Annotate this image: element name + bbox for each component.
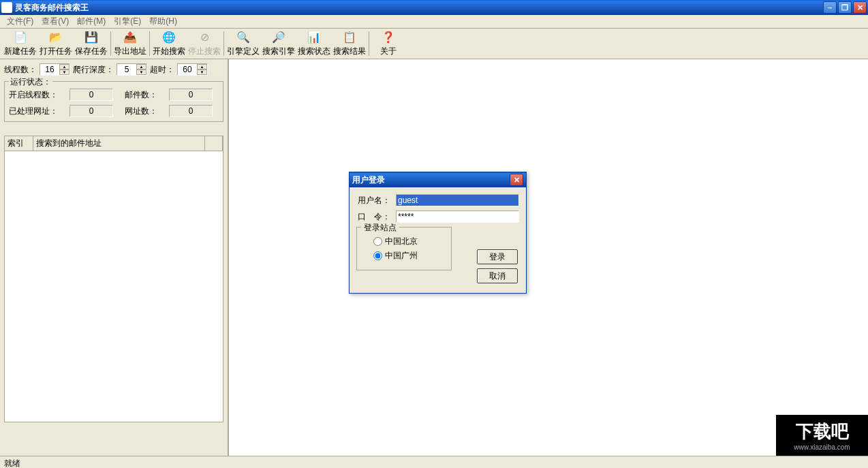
menu-engine[interactable]: 引擎(E) [110,14,145,29]
engine-def-icon: 🔍 [236,31,250,44]
spin-up-icon[interactable]: ▲ [136,64,146,69]
spin-up-icon[interactable]: ▲ [59,64,69,69]
site-beijing-label: 中国北京 [385,236,418,247]
toolbar-separator [110,31,111,56]
processed-value: 0 [69,105,113,117]
stop-search-button: ⊘ 停止搜索 [187,29,222,58]
col-index[interactable]: 索引 [5,136,33,151]
watermark: 下载吧 www.xiazaiba.com [776,415,868,456]
search-result-button[interactable]: 📋 搜索结果 [332,29,367,58]
col-extra[interactable] [205,136,223,151]
save-task-icon: 💾 [84,31,98,44]
open-threads-label: 开启线程数： [9,89,64,101]
username-label: 用户名： [356,195,390,206]
start-search-button[interactable]: 🌐 开始搜索 [151,29,187,58]
site-legend: 登录站点 [361,222,399,234]
dialog-close-button[interactable]: ✕ [510,174,523,186]
stop-icon: ⊘ [198,31,211,44]
new-task-button[interactable]: 📄 新建任务 [3,29,38,58]
open-task-label: 打开任务 [40,46,72,57]
window-title: 灵客商务邮件搜索王 [15,2,823,14]
stop-search-label: 停止搜索 [188,46,221,57]
depth-input[interactable]: ▲▼ [117,63,147,76]
depth-field[interactable] [117,64,136,75]
timeout-input[interactable]: ▲▼ [177,63,208,76]
menu-view[interactable]: 查看(V) [37,14,73,29]
search-engine-icon: 🔎 [272,31,285,44]
dialog-title: 用户登录 [352,174,510,186]
login-site-group: 登录站点 中国北京 中国广州 [356,227,452,270]
mail-count-value: 0 [169,89,213,101]
menu-mail[interactable]: 邮件(M) [73,14,110,29]
maximize-button[interactable]: ❐ [838,1,852,14]
list-header: 索引 搜索到的邮件地址 [4,136,223,151]
search-engine-button[interactable]: 🔎 搜索引擎 [261,29,296,58]
status-text: 就绪 [4,458,20,468]
depth-label: 爬行深度： [73,64,114,76]
login-button[interactable]: 登录 [477,249,518,264]
threads-input[interactable]: ▲▼ [40,63,70,76]
help-icon: ❓ [382,31,395,44]
search-status-button[interactable]: 📊 搜索状态 [296,29,332,58]
col-addr[interactable]: 搜索到的邮件地址 [33,136,205,151]
export-addr-button[interactable]: 📤 导出地址 [112,29,148,58]
dialog-titlebar[interactable]: 用户登录 ✕ [350,172,526,187]
start-search-label: 开始搜索 [153,46,185,57]
search-status-label: 搜索状态 [298,46,330,57]
spin-down-icon[interactable]: ▼ [197,69,207,75]
menu-file[interactable]: 文件(F) [3,14,37,29]
mail-count-label: 邮件数： [125,89,164,101]
main-titlebar: 灵客商务邮件搜索王 – ❐ ✕ [0,0,868,15]
left-panel: 线程数： ▲▼ 爬行深度： ▲▼ 超时： ▲▼ 运行状态： 开启线程数： 0 邮… [0,59,229,456]
export-icon: 📤 [123,31,137,44]
engine-def-label: 引擎定义 [227,46,260,57]
site-guangzhou-radio[interactable] [373,251,382,260]
watermark-main: 下载吧 [796,420,849,443]
cancel-button[interactable]: 取消 [477,268,518,283]
threads-field[interactable] [40,64,59,75]
main-content [229,59,868,456]
toolbar-separator [223,31,224,56]
site-beijing-radio[interactable] [373,237,382,246]
save-task-label: 保存任务 [75,46,108,57]
toolbar: 📄 新建任务 📂 打开任务 💾 保存任务 📤 导出地址 🌐 开始搜索 ⊘ 停止搜… [0,29,868,59]
spin-down-icon[interactable]: ▼ [59,69,69,75]
about-button[interactable]: ❓ 关于 [371,29,406,58]
search-engine-label: 搜索引擎 [262,46,295,57]
url-count-label: 网址数： [125,106,164,117]
export-addr-label: 导出地址 [114,46,146,57]
menu-help[interactable]: 帮助(H) [145,14,181,29]
app-icon [1,2,12,13]
save-task-button[interactable]: 💾 保存任务 [74,29,109,58]
url-count-value: 0 [169,105,213,117]
threads-label: 线程数： [4,64,37,76]
toolbar-separator [369,31,369,56]
new-task-label: 新建任务 [4,46,37,57]
globe-icon: 🌐 [162,31,176,44]
minimize-button[interactable]: – [823,1,837,14]
new-task-icon: 📄 [14,31,27,44]
open-task-icon: 📂 [49,31,63,44]
status-group: 运行状态： 开启线程数： 0 邮件数： 0 已处理网址： 0 网址数： 0 [4,81,223,122]
toolbar-separator [149,31,150,56]
status-title: 运行状态： [9,76,52,88]
password-label: 口 令： [356,211,390,223]
engine-def-button[interactable]: 🔍 引擎定义 [226,29,261,58]
open-threads-value: 0 [69,89,113,101]
status-icon: 📊 [307,31,321,44]
result-icon: 📋 [343,31,356,44]
about-label: 关于 [380,46,397,57]
timeout-label: 超时： [150,64,174,76]
login-dialog: 用户登录 ✕ 用户名： 口 令： 登录站点 中国北京 中国广州 登录 取消 [349,172,527,294]
list-body[interactable] [4,151,223,422]
statusbar: 就绪 [0,456,868,468]
open-task-button[interactable]: 📂 打开任务 [38,29,74,58]
timeout-field[interactable] [178,64,197,75]
spin-up-icon[interactable]: ▲ [197,64,207,69]
watermark-sub: www.xiazaiba.com [794,443,850,451]
password-input[interactable] [396,210,519,223]
spin-down-icon[interactable]: ▼ [136,69,146,75]
username-input[interactable] [396,194,519,206]
close-button[interactable]: ✕ [853,1,867,14]
menubar: 文件(F) 查看(V) 邮件(M) 引擎(E) 帮助(H) [0,15,868,29]
